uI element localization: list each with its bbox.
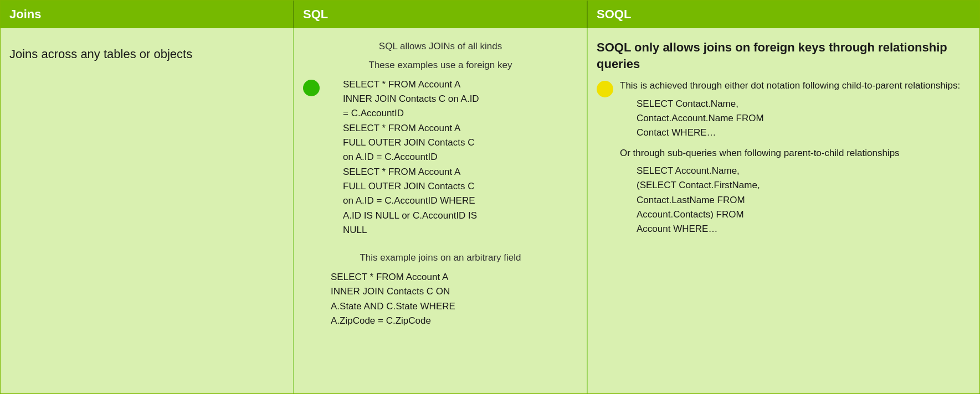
sql-example2-line3: on A.ID = C.AccountID xyxy=(343,150,479,164)
sql-example1-line2: INNER JOIN Contacts C on A.ID xyxy=(343,92,479,106)
joins-cell: Joins across any tables or objects xyxy=(1,28,294,393)
sql-example2-line1: SELECT * FROM Account A xyxy=(343,121,479,136)
sql-example4-line3: A.State AND C.State WHERE xyxy=(331,299,578,314)
yellow-bullet-icon xyxy=(597,81,613,97)
sql-example4-block: SELECT * FROM Account A INNER JOIN Conta… xyxy=(303,270,578,328)
header-row: Joins SQL SOQL xyxy=(1,1,979,28)
header-sql: SQL xyxy=(294,1,588,28)
sql-example3-line5: NULL xyxy=(343,223,479,237)
soql-cell: SOQL only allows joins on foreign keys t… xyxy=(588,28,980,393)
sql-bullet-section: SELECT * FROM Account A INNER JOIN Conta… xyxy=(303,77,578,238)
sql-intro: SQL allows JOINs of all kinds xyxy=(303,39,578,54)
header-soql: SOQL xyxy=(588,1,980,28)
soql-bullet-section: This is achieved through either dot nota… xyxy=(597,79,972,236)
soql-dot-example: SELECT Contact.Name, Contact.Account.Nam… xyxy=(620,97,960,141)
soql-sub-line2: (SELECT Contact.FirstName, xyxy=(637,178,960,193)
sql-foreign-key-note: These examples use a foreign key xyxy=(303,58,578,72)
soql-dot-notation-intro: This is achieved through either dot nota… xyxy=(620,79,960,93)
soql-dot-line3: Contact WHERE… xyxy=(637,126,960,140)
sql-example2-line2: FULL OUTER JOIN Contacts C xyxy=(343,136,479,150)
sql-arbitrary-section: This example joins on an arbitrary field… xyxy=(303,251,578,328)
sql-cell: SQL allows JOINs of all kinds These exam… xyxy=(294,28,588,393)
sql-example1-line1: SELECT * FROM Account A xyxy=(343,77,479,92)
comparison-table: Joins SQL SOQL Joins across any tables o… xyxy=(0,0,980,394)
soql-sub-line4: Account.Contacts) FROM xyxy=(637,208,960,222)
green-bullet-icon xyxy=(303,80,320,96)
soql-dot-line2: Contact.Account.Name FROM xyxy=(637,111,960,126)
soql-sub-line1: SELECT Account.Name, xyxy=(637,164,960,178)
header-joins: Joins xyxy=(1,1,294,28)
soql-sub-query-intro: Or through sub-queries when following pa… xyxy=(620,146,960,160)
sql-example3-line4: A.ID IS NULL or C.AccountID IS xyxy=(343,209,479,223)
sql-example3-line1: SELECT * FROM Account A xyxy=(343,165,479,179)
sql-example3-line3: on A.ID = C.AccountID WHERE xyxy=(343,194,479,208)
sql-example4-line1: SELECT * FROM Account A xyxy=(331,270,578,284)
soql-header-text: SOQL only allows joins on foreign keys t… xyxy=(597,39,972,72)
soql-sub-example: SELECT Account.Name, (SELECT Contact.Fir… xyxy=(620,164,960,237)
sql-example3-line2: FULL OUTER JOIN Contacts C xyxy=(343,179,479,194)
soql-sub-line5: Account WHERE… xyxy=(637,222,960,236)
sql-example4-line2: INNER JOIN Contacts C ON xyxy=(331,284,578,299)
soql-sub-line3: Contact.LastName FROM xyxy=(637,193,960,208)
sql-example1-line3: = C.AccountID xyxy=(343,106,479,121)
body-row: Joins across any tables or objects SQL a… xyxy=(1,28,979,393)
soql-dot-line1: SELECT Contact.Name, xyxy=(637,97,960,111)
sql-examples-block: SELECT * FROM Account A INNER JOIN Conta… xyxy=(326,77,479,238)
sql-arbitrary-note: This example joins on an arbitrary field xyxy=(303,251,578,265)
sql-example4-line4: A.ZipCode = C.ZipCode xyxy=(331,314,578,328)
soql-content: This is achieved through either dot nota… xyxy=(620,79,960,236)
